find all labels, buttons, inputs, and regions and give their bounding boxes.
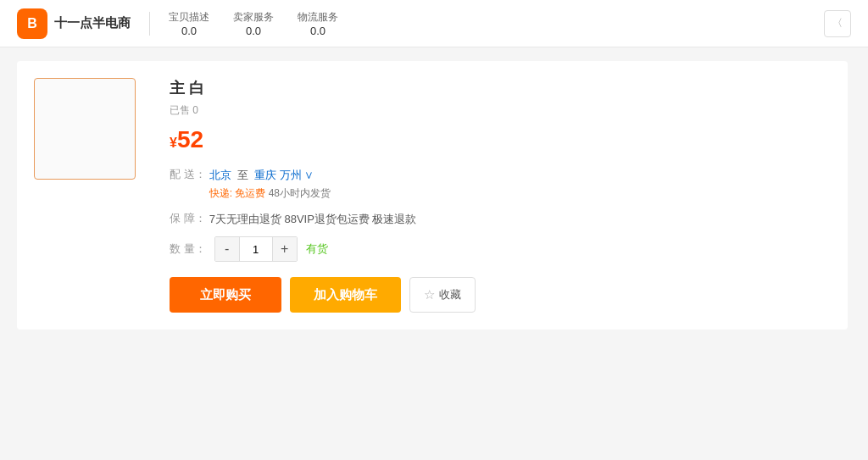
metric-label-logistics: 物流服务 (298, 10, 338, 25)
action-row: 立即购买 加入购物车 ☆ 收藏 (170, 277, 831, 313)
add-to-cart-button[interactable]: 加入购物车 (290, 277, 401, 313)
delivery-destination[interactable]: 重庆 万州 ∨ (254, 169, 314, 181)
price-value: 52 (177, 126, 203, 152)
delivery-free: 快递: 免运费 (209, 187, 266, 199)
header-metrics: 宝贝描述 0.0 卖家服务 0.0 物流服务 0.0 (169, 10, 338, 37)
guarantee-content: 7天无理由退货 88VIP退货包运费 极速退款 (209, 211, 417, 229)
quantity-decrease-button[interactable]: - (215, 237, 239, 261)
buy-now-button[interactable]: 立即购买 (170, 277, 281, 313)
favorite-button[interactable]: ☆ 收藏 (409, 277, 476, 313)
favorite-label: 收藏 (439, 287, 461, 302)
delivery-to-text: 至 (237, 169, 248, 181)
metric-value-description: 0.0 (181, 25, 197, 37)
delivery-detail: 快递: 免运费 48小时内发货 (209, 187, 331, 199)
quantity-label: 数 量： (170, 241, 206, 257)
product-info: 主 白 已售 0 ¥52 配 送： 北京 至 重庆 万州 ∨ (170, 78, 831, 313)
quantity-row: 数 量： - + 有货 (170, 236, 831, 262)
product-sold: 已售 0 (170, 103, 831, 118)
logo-area: B 十一点半电商 (17, 8, 131, 39)
metric-label-description: 宝贝描述 (169, 10, 209, 25)
metric-label-service: 卖家服务 (233, 10, 274, 25)
price-currency: ¥ (170, 136, 177, 150)
delivery-row: 配 送： 北京 至 重庆 万州 ∨ 快递: 免运费 48小时内发货 (170, 167, 831, 202)
logo-icon: B (17, 8, 47, 39)
delivery-time: 48小时内发货 (269, 187, 331, 199)
quantity-input[interactable] (239, 237, 273, 261)
delivery-label: 配 送： (170, 167, 206, 182)
metric-value-service: 0.0 (246, 25, 261, 37)
metric-item-logistics: 物流服务 0.0 (298, 10, 338, 37)
delivery-from: 北京 (209, 169, 231, 181)
product-title: 主 白 (170, 78, 831, 98)
metric-item-description: 宝贝描述 0.0 (169, 10, 209, 37)
star-icon: ☆ (424, 287, 435, 302)
metric-item-service: 卖家服务 0.0 (233, 10, 274, 37)
header-right-button[interactable]: 〈 (824, 10, 851, 37)
main-content: 主 白 已售 0 ¥52 配 送： 北京 至 重庆 万州 ∨ (0, 47, 868, 343)
metric-value-logistics: 0.0 (310, 25, 326, 37)
delivery-content: 北京 至 重庆 万州 ∨ 快递: 免运费 48小时内发货 (209, 167, 331, 202)
product-image-area (34, 78, 136, 313)
product-price: ¥52 (170, 126, 831, 153)
quantity-controls: - + (214, 236, 298, 262)
logo-text: 十一点半电商 (54, 15, 131, 31)
stock-status: 有货 (306, 241, 328, 257)
guarantee-label: 保 障： (170, 211, 206, 226)
product-image-main[interactable] (34, 78, 136, 180)
header-divider (149, 12, 150, 36)
header: B 十一点半电商 宝贝描述 0.0 卖家服务 0.0 物流服务 0.0 〈 (0, 0, 868, 47)
quantity-increase-button[interactable]: + (273, 237, 297, 261)
product-card: 主 白 已售 0 ¥52 配 送： 北京 至 重庆 万州 ∨ (17, 61, 848, 330)
guarantee-row: 保 障： 7天无理由退货 88VIP退货包运费 极速退款 (170, 211, 831, 229)
